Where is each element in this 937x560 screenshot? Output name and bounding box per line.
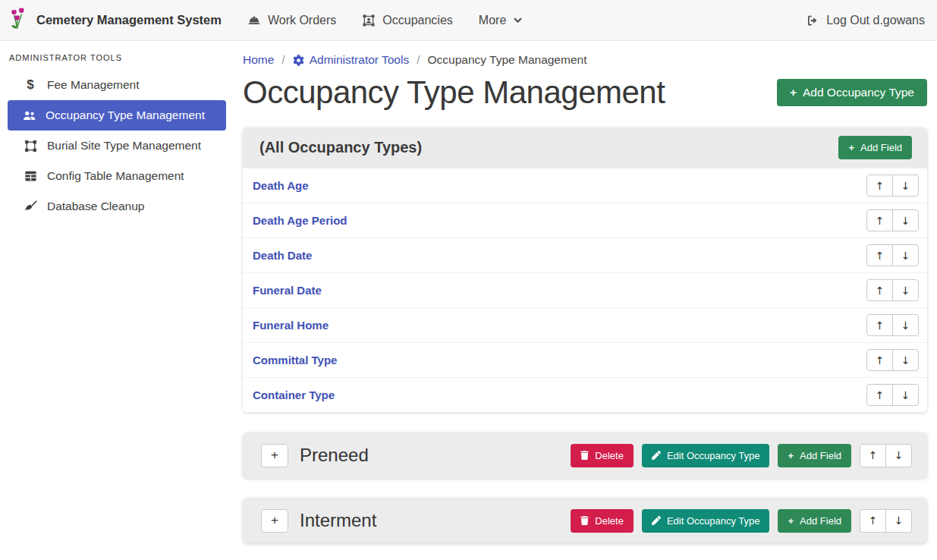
move-down-button[interactable]: ↓: [892, 175, 919, 197]
sidebar-item-label: Database Cleanup: [47, 200, 144, 213]
field-link[interactable]: Container Type: [253, 389, 335, 401]
users-icon: [21, 109, 36, 122]
plus-icon: +: [788, 515, 794, 527]
move-up-button[interactable]: ↑: [866, 349, 893, 371]
nav-item-more[interactable]: More: [479, 14, 523, 27]
nav-item-label: Occupancies: [382, 14, 453, 27]
pencil-icon: [652, 516, 661, 525]
sidebar-item-fee-management[interactable]: $ Fee Management: [9, 70, 226, 100]
card-title: (All Occupancy Types): [259, 139, 422, 156]
reorder-group: ↑ ↓: [866, 209, 919, 231]
occupancy-section-interment: + Interment Delete Edit Occupancy Type +: [243, 498, 927, 543]
move-down-button[interactable]: ↓: [885, 509, 912, 533]
expand-button[interactable]: +: [261, 444, 288, 467]
nav-item-occupancies[interactable]: Occupancies: [362, 14, 453, 27]
move-up-button[interactable]: ↑: [866, 279, 893, 301]
move-down-button[interactable]: ↓: [892, 279, 919, 301]
move-down-button[interactable]: ↓: [892, 384, 919, 406]
reorder-group: ↑ ↓: [860, 509, 912, 533]
breadcrumb-separator: /: [417, 53, 420, 67]
move-down-button[interactable]: ↓: [892, 349, 919, 371]
admin-tools-sidebar: ADMINISTRATOR TOOLS $ Fee Management Occ…: [0, 41, 235, 560]
add-field-button[interactable]: + Add Field: [838, 136, 912, 159]
move-up-button[interactable]: ↑: [860, 444, 886, 467]
sidebar-item-label: Occupancy Type Management: [46, 109, 205, 122]
move-down-button[interactable]: ↓: [892, 244, 919, 266]
card-header: (All Occupancy Types) + Add Field: [243, 127, 927, 168]
move-up-button[interactable]: ↑: [866, 209, 893, 231]
move-down-button[interactable]: ↓: [892, 209, 919, 231]
move-up-button[interactable]: ↑: [866, 314, 893, 336]
reorder-group: ↑ ↓: [866, 349, 919, 371]
section-name: Preneed: [300, 445, 571, 466]
add-occupancy-type-button[interactable]: + Add Occupancy Type: [777, 79, 927, 106]
field-row-funeral-date: Funeral Date ↑ ↓: [243, 272, 927, 307]
occupancy-frame-icon: [362, 14, 376, 27]
field-row-container-type: Container Type ↑ ↓: [243, 377, 927, 412]
edit-occupancy-type-button[interactable]: Edit Occupancy Type: [642, 509, 770, 533]
plus-icon: +: [848, 142, 854, 153]
move-down-button[interactable]: ↓: [892, 314, 919, 336]
move-down-button[interactable]: ↓: [885, 444, 912, 467]
sidebar-item-occupancy-type-management[interactable]: Occupancy Type Management: [8, 100, 226, 131]
nav-item-work-orders[interactable]: Work Orders: [247, 14, 336, 27]
breadcrumb-current: Occupancy Type Management: [428, 53, 587, 67]
table-icon: [23, 170, 38, 182]
field-link[interactable]: Funeral Date: [253, 284, 322, 297]
add-field-button[interactable]: + Add Field: [778, 444, 851, 467]
sidebar-item-config-table-management[interactable]: Config Table Management: [9, 161, 226, 191]
field-link[interactable]: Committal Type: [253, 354, 337, 367]
reorder-group: ↑ ↓: [866, 384, 919, 406]
breadcrumb: Home / Administrator Tools / Occupancy T…: [243, 53, 927, 67]
move-up-button[interactable]: ↑: [866, 175, 893, 197]
breadcrumb-admin-tools-link[interactable]: Administrator Tools: [293, 53, 410, 67]
expand-button[interactable]: +: [261, 509, 288, 533]
nav-item-label: Work Orders: [268, 14, 336, 27]
move-up-button[interactable]: ↑: [866, 244, 893, 266]
breadcrumb-separator: /: [281, 53, 285, 67]
field-link[interactable]: Death Age: [253, 179, 309, 192]
trash-icon: [580, 451, 589, 460]
hard-hat-icon: [247, 14, 261, 27]
trash-icon: [580, 516, 589, 525]
vector-square-icon: [23, 140, 38, 153]
reorder-group: ↑ ↓: [866, 244, 919, 266]
reorder-group: ↑ ↓: [866, 279, 919, 301]
section-actions: Delete Edit Occupancy Type + Add Field ↑…: [571, 444, 912, 467]
nav-item-label: More: [479, 14, 506, 27]
move-up-button[interactable]: ↑: [860, 509, 886, 533]
delete-button[interactable]: Delete: [571, 444, 634, 467]
logout-button[interactable]: Log Out d.gowans: [806, 14, 925, 27]
sign-out-icon: [806, 14, 819, 27]
field-link[interactable]: Death Date: [253, 249, 312, 262]
section-actions: Delete Edit Occupancy Type + Add Field ↑…: [571, 509, 912, 533]
breadcrumb-home-link[interactable]: Home: [243, 53, 274, 67]
main-content: Home / Administrator Tools / Occupancy T…: [235, 41, 937, 560]
brand-label: Cemetery Management System: [36, 13, 222, 27]
add-field-button[interactable]: + Add Field: [778, 509, 851, 533]
tulip-logo-icon: [9, 8, 29, 33]
field-link[interactable]: Death Age Period: [253, 214, 347, 227]
section-name: Interment: [300, 510, 571, 531]
field-row-committal-type: Committal Type ↑ ↓: [243, 342, 927, 377]
app-brand[interactable]: Cemetery Management System: [9, 8, 222, 33]
sidebar-item-label: Fee Management: [47, 78, 140, 92]
occupancy-section-preneed: + Preneed Delete Edit Occupancy Type +: [243, 433, 927, 478]
sidebar-item-database-cleanup[interactable]: Database Cleanup: [9, 191, 226, 222]
field-row-death-age: Death Age ↑ ↓: [243, 168, 927, 203]
top-navbar: Cemetery Management System Work Orders: [0, 0, 937, 41]
reorder-group: ↑ ↓: [866, 314, 919, 336]
field-link[interactable]: Funeral Home: [253, 319, 329, 332]
sidebar-item-label: Config Table Management: [47, 169, 184, 183]
sidebar-item-burial-site-type-management[interactable]: Burial Site Type Management: [9, 131, 226, 161]
reorder-group: ↑ ↓: [866, 175, 919, 197]
delete-button[interactable]: Delete: [571, 509, 634, 533]
pencil-icon: [652, 451, 661, 460]
plus-icon: +: [788, 450, 794, 461]
field-row-death-age-period: Death Age Period ↑ ↓: [243, 203, 927, 238]
broom-icon: [23, 200, 38, 213]
move-up-button[interactable]: ↑: [866, 384, 893, 406]
field-row-death-date: Death Date ↑ ↓: [243, 238, 927, 272]
sidebar-heading: ADMINISTRATOR TOOLS: [0, 47, 235, 70]
edit-occupancy-type-button[interactable]: Edit Occupancy Type: [642, 444, 770, 467]
